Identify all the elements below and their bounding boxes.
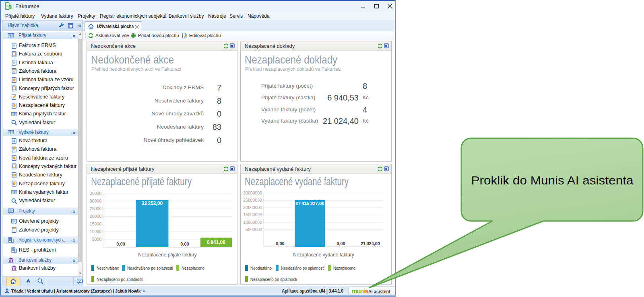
- svg-text:Proklik do Munis AI asistenta: Proklik do Munis AI asistenta: [471, 174, 634, 187]
